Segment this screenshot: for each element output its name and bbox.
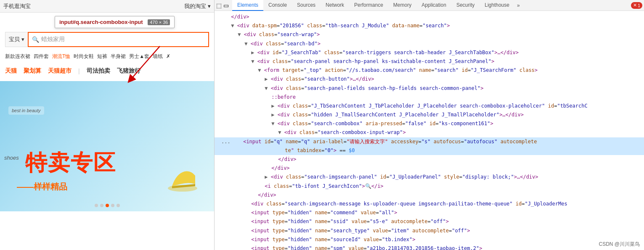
tree-line: <i class="tb-ifont J_SearchIcon">🔍</i> (215, 182, 644, 191)
tab-sources[interactable]: Sources (292, 0, 321, 11)
tag-2[interactable]: 四件套 (34, 52, 49, 61)
tab-security[interactable]: Security (451, 0, 480, 11)
tag-3[interactable]: 潮流T恤 (52, 52, 70, 61)
banner-dot-5[interactable] (117, 204, 120, 207)
tree-line: </div> (215, 13, 644, 21)
shoes-svg (164, 161, 201, 195)
tree-line: <input type="hidden" name="spm" value="a… (215, 244, 644, 250)
tag-links: 新款连衣裙 四件套 潮流T恤 时尚女鞋 短裤 半身裙 男士▲套 墙纸 ✗ (0, 50, 214, 63)
cat-tianmao[interactable]: 天猫 (5, 67, 17, 75)
tree-line-selected-cont: te" tabindex="0"> == $0 (215, 146, 644, 155)
tag-5[interactable]: 短裤 (97, 52, 107, 61)
tree-line-selected[interactable]: ... <input id="q" name="q" aria-label="请… (215, 137, 644, 146)
tree-line: ▼ <div class="search-wrap"> (215, 30, 644, 39)
element-tooltip: input#q.search-combobox-input 470 × 36 (55, 16, 175, 28)
tooltip-size: 470 × 36 (148, 19, 170, 25)
tree-line: </div> (215, 164, 644, 173)
tab-elements[interactable]: Elements (232, 0, 263, 11)
banner-dot-1[interactable] (95, 204, 98, 207)
banner-dot-2[interactable] (100, 204, 103, 207)
tab-lighthouse[interactable]: Lighthouse (480, 0, 514, 11)
cat-feizhu[interactable]: 飞猪旅行 (117, 67, 140, 75)
category-select[interactable]: 宝贝 ▾ (5, 32, 28, 47)
more-tabs-button[interactable]: » (514, 3, 522, 8)
tab-console[interactable]: Console (263, 0, 292, 11)
tree-line: ▶ <div class="hidden J_TmallSearchConten… (215, 111, 644, 119)
tree-line: </div> (215, 191, 644, 200)
banner-big-text: 特卖专区 (25, 148, 116, 178)
box-icon[interactable]: ▭ (223, 2, 229, 9)
shoes-label: shoes (4, 155, 19, 161)
search-area: 宝贝 ▾ 🔍 (0, 29, 214, 50)
nav-account[interactable]: 我的淘宝 ▾ (184, 3, 211, 10)
browser-page: 手机逛淘宝 我的淘宝 ▾ input#q.search-combobox-inp… (0, 0, 215, 250)
devtools-tabs: ⬚ ▭ Elements Console Sources Network Per… (215, 0, 644, 11)
banner-sub-text: ——样样精品 (17, 181, 67, 192)
devtools-icons: ⬚ ▭ (216, 2, 229, 9)
tag-4[interactable]: 时尚女鞋 (74, 52, 94, 61)
tree-line: <input type="hidden" name="sourceId" val… (215, 235, 644, 244)
tab-performance[interactable]: Performance (349, 0, 388, 11)
tree-line: ▼ <div class="search-combobox" aria-pres… (215, 119, 644, 128)
banner-dots (95, 204, 120, 207)
tree-line: ▶ <div class="J_TbSearchContent J_TbPlac… (215, 102, 644, 111)
tree-line: ▶ <div class="search-button">…</div> (215, 75, 644, 84)
search-input[interactable] (41, 36, 205, 43)
banner-dot-4[interactable] (111, 204, 114, 207)
tree-dots: ... (218, 139, 231, 145)
error-badge: ✕ 1 (631, 2, 642, 9)
cat-nav: 天猫 聚划算 天猫超市 | 司法拍卖 飞猪旅行 (0, 63, 214, 79)
banner-dot-3[interactable] (106, 204, 109, 207)
cat-sep: | (78, 68, 80, 74)
devtools-panel: ⬚ ▭ Elements Console Sources Network Per… (215, 0, 644, 250)
tag-7[interactable]: 男士▲套 (129, 52, 149, 61)
cat-juhua[interactable]: 聚划算 (24, 67, 41, 75)
top-nav: 手机逛淘宝 我的淘宝 ▾ (0, 0, 214, 13)
tree-line: ▼ <div class="search-bd"> (215, 39, 644, 48)
tree-line: <input type="hidden" name="search_type" … (215, 226, 644, 235)
tag-9[interactable]: ✗ (166, 52, 170, 61)
search-icon: 🔍 (32, 36, 39, 43)
tree-line: ▼ <div data-spm="201856" class="tbh-sear… (215, 21, 644, 30)
cat-tianmaochao[interactable]: 天猫超市 (48, 67, 72, 75)
tooltip-element-name: input#q.search-combobox-input (59, 19, 143, 25)
csdn-watermark: CSDN @川川菜鸟 (599, 241, 640, 248)
tab-network[interactable]: Network (321, 0, 349, 11)
error-count: 1 (638, 3, 640, 8)
tag-text: </div> (231, 14, 249, 20)
tree-line: ▼ <div class="search-panel search-hp-pan… (215, 57, 644, 66)
tree-line: ▶ <div class="search-imgsearch-panel" id… (215, 173, 644, 182)
best-in-beauty-label: best in beauty (8, 106, 44, 115)
devtools-content: </div> ▼ <div data-spm="201856" class="t… (215, 11, 644, 250)
cursor-icon[interactable]: ⬚ (216, 2, 222, 9)
tree-line: <input type="hidden" name="ssid" value="… (215, 217, 644, 226)
html-tree[interactable]: </div> ▼ <div data-spm="201856" class="t… (215, 11, 644, 250)
tree-line: ::before (215, 93, 644, 102)
tree-line: ▼ <div class="search-panel-fields search… (215, 84, 644, 93)
tag-8[interactable]: 墙纸 (153, 52, 163, 61)
tree-line: <input type="hidden" name="commend" valu… (215, 208, 644, 217)
tag-6[interactable]: 半身裙 (111, 52, 126, 61)
tree-line: </div> (215, 155, 644, 164)
search-input-wrap: 🔍 (28, 32, 209, 47)
tree-line: ▼ <form target="_top" action="//s.taobao… (215, 66, 644, 75)
error-icon: ✕ (633, 3, 637, 8)
tab-memory[interactable]: Memory (388, 0, 416, 11)
banner-area: best in beauty shoes 特卖专区 ——样样精品 (0, 81, 214, 211)
tree-line: ▼ <div class="search-combobox-input-wrap… (215, 128, 644, 137)
tree-line: <div class="search-imgsearch-message ks-… (215, 200, 644, 208)
tree-line: ▶ <div id="J_SearchTab" class="search-tr… (215, 48, 644, 57)
tag-1[interactable]: 新款连衣裙 (5, 52, 30, 61)
tab-application[interactable]: Application (416, 0, 451, 11)
cat-sifa[interactable]: 司法拍卖 (87, 67, 110, 75)
nav-mobile[interactable]: 手机逛淘宝 (3, 3, 31, 10)
